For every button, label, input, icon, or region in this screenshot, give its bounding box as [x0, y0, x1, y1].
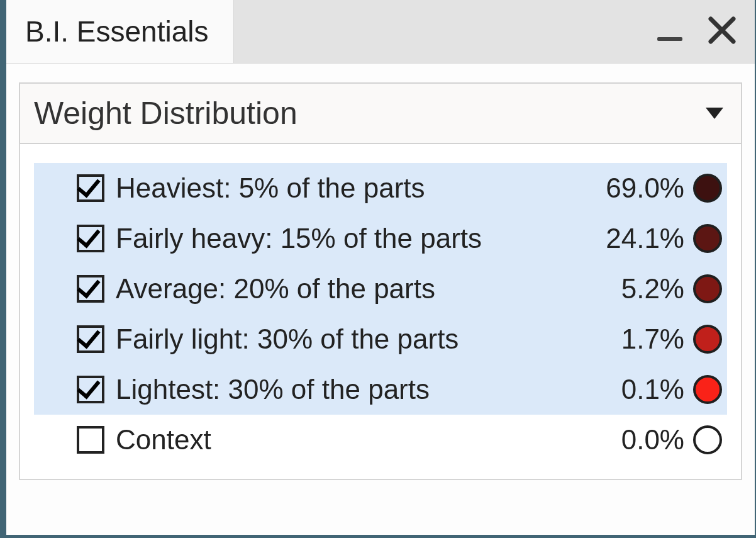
- checkbox[interactable]: [77, 174, 104, 202]
- list-item[interactable]: Fairly light: 30% of the parts1.7%: [34, 314, 727, 364]
- item-label: Lightest: 30% of the parts: [116, 374, 577, 405]
- metric-dropdown[interactable]: Weight Distribution: [19, 82, 742, 144]
- item-label: Heaviest: 5% of the parts: [116, 172, 577, 204]
- color-swatch[interactable]: [693, 375, 722, 404]
- item-value: 24.1%: [577, 223, 693, 254]
- item-label: Fairly light: 30% of the parts: [116, 323, 577, 355]
- list-item[interactable]: Heaviest: 5% of the parts69.0%: [34, 163, 727, 213]
- window-controls: [657, 0, 736, 63]
- color-swatch[interactable]: [693, 325, 722, 354]
- checkbox[interactable]: [77, 426, 104, 454]
- item-value: 69.0%: [577, 172, 693, 204]
- checkbox[interactable]: [77, 376, 104, 403]
- item-value: 0.0%: [577, 424, 693, 456]
- chevron-down-icon: [706, 108, 723, 119]
- color-swatch[interactable]: [693, 425, 722, 454]
- weight-distribution-list: Heaviest: 5% of the parts69.0%Fairly hea…: [19, 144, 742, 480]
- bi-essentials-panel: B.I. Essentials Weight Distribution Heav…: [5, 0, 755, 535]
- color-swatch[interactable]: [693, 174, 722, 203]
- item-value: 1.7%: [577, 323, 693, 355]
- list-item[interactable]: Context0.0%: [34, 415, 727, 465]
- item-value: 0.1%: [577, 374, 693, 405]
- titlebar: B.I. Essentials: [6, 0, 755, 64]
- checkbox[interactable]: [77, 225, 104, 252]
- list-item[interactable]: Average: 20% of the parts5.2%: [34, 264, 727, 314]
- dropdown-selected-label: Weight Distribution: [34, 95, 297, 132]
- item-value: 5.2%: [577, 273, 693, 305]
- color-swatch[interactable]: [693, 274, 722, 303]
- checkbox[interactable]: [77, 325, 104, 353]
- minimize-icon[interactable]: [657, 18, 683, 45]
- item-label: Fairly heavy: 15% of the parts: [116, 223, 577, 254]
- close-icon[interactable]: [708, 16, 736, 47]
- item-label: Average: 20% of the parts: [116, 273, 577, 305]
- checkbox[interactable]: [77, 275, 104, 303]
- list-item[interactable]: Fairly heavy: 15% of the parts24.1%: [34, 213, 727, 264]
- color-swatch[interactable]: [693, 224, 722, 253]
- list-item[interactable]: Lightest: 30% of the parts0.1%: [34, 364, 727, 415]
- panel-tab[interactable]: B.I. Essentials: [6, 0, 234, 63]
- panel-title: B.I. Essentials: [25, 14, 208, 48]
- item-label: Context: [116, 424, 577, 456]
